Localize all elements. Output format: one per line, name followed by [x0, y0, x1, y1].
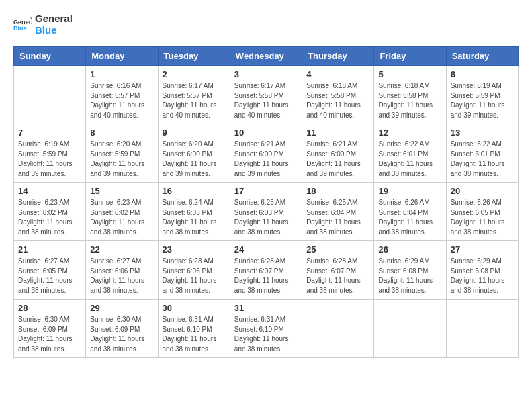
- day-info: Sunrise: 6:18 AMSunset: 5:58 PMDaylight:…: [378, 81, 441, 120]
- calendar-week-0: 1Sunrise: 6:16 AMSunset: 5:57 PMDaylight…: [14, 66, 519, 124]
- day-number: 7: [18, 128, 81, 138]
- day-number: 12: [378, 128, 441, 138]
- header-wednesday: Wednesday: [230, 47, 302, 66]
- day-number: 29: [90, 303, 153, 313]
- day-number: 8: [90, 128, 153, 138]
- day-number: 22: [90, 244, 153, 255]
- calendar-cell: 22Sunrise: 6:27 AMSunset: 6:06 PMDayligh…: [86, 241, 158, 300]
- day-number: 27: [451, 244, 514, 255]
- svg-text:General: General: [13, 18, 32, 25]
- day-number: 30: [163, 303, 226, 313]
- header-friday: Friday: [374, 47, 446, 66]
- day-info: Sunrise: 6:28 AMSunset: 6:07 PMDaylight:…: [234, 257, 298, 295]
- calendar-cell: 19Sunrise: 6:26 AMSunset: 6:04 PMDayligh…: [374, 183, 446, 241]
- calendar-cell: 10Sunrise: 6:21 AMSunset: 6:00 PMDayligh…: [230, 124, 302, 183]
- day-info: Sunrise: 6:21 AMSunset: 6:00 PMDaylight:…: [234, 140, 298, 179]
- day-info: Sunrise: 6:31 AMSunset: 6:10 PMDaylight:…: [234, 315, 298, 354]
- header-thursday: Thursday: [302, 47, 374, 66]
- calendar-cell: [446, 300, 518, 358]
- calendar-table: SundayMondayTuesdayWednesdayThursdayFrid…: [13, 46, 519, 358]
- day-info: Sunrise: 6:22 AMSunset: 6:01 PMDaylight:…: [378, 140, 441, 179]
- logo-blue: Blue: [35, 25, 73, 36]
- day-number: 31: [234, 303, 298, 313]
- day-info: Sunrise: 6:25 AMSunset: 6:03 PMDaylight:…: [234, 198, 298, 237]
- day-number: 17: [234, 186, 298, 196]
- calendar-cell: 20Sunrise: 6:26 AMSunset: 6:05 PMDayligh…: [446, 183, 518, 241]
- calendar-cell: 28Sunrise: 6:30 AMSunset: 6:09 PMDayligh…: [14, 300, 86, 358]
- calendar-cell: [374, 300, 446, 358]
- calendar-cell: [14, 66, 86, 124]
- day-number: 11: [306, 128, 369, 138]
- calendar-cell: 30Sunrise: 6:31 AMSunset: 6:10 PMDayligh…: [158, 300, 230, 358]
- calendar-cell: 26Sunrise: 6:29 AMSunset: 6:08 PMDayligh…: [374, 241, 446, 300]
- day-number: 19: [378, 186, 441, 196]
- calendar-cell: 7Sunrise: 6:19 AMSunset: 5:59 PMDaylight…: [14, 124, 86, 183]
- calendar-cell: 8Sunrise: 6:20 AMSunset: 5:59 PMDaylight…: [86, 124, 158, 183]
- day-number: 21: [18, 244, 81, 255]
- svg-text:Blue: Blue: [13, 25, 27, 32]
- calendar-cell: 14Sunrise: 6:23 AMSunset: 6:02 PMDayligh…: [14, 183, 86, 241]
- calendar-cell: 27Sunrise: 6:29 AMSunset: 6:08 PMDayligh…: [446, 241, 518, 300]
- day-number: 23: [163, 244, 226, 255]
- day-info: Sunrise: 6:19 AMSunset: 5:59 PMDaylight:…: [18, 140, 81, 179]
- day-info: Sunrise: 6:26 AMSunset: 6:04 PMDaylight:…: [378, 198, 441, 237]
- calendar-cell: 29Sunrise: 6:30 AMSunset: 6:09 PMDayligh…: [86, 300, 158, 358]
- day-info: Sunrise: 6:16 AMSunset: 5:57 PMDaylight:…: [90, 81, 153, 120]
- day-number: 14: [18, 186, 81, 196]
- day-number: 5: [378, 69, 441, 79]
- day-info: Sunrise: 6:22 AMSunset: 6:01 PMDaylight:…: [451, 140, 514, 179]
- day-info: Sunrise: 6:23 AMSunset: 6:02 PMDaylight:…: [18, 198, 81, 237]
- day-info: Sunrise: 6:29 AMSunset: 6:08 PMDaylight:…: [378, 257, 441, 295]
- calendar-week-1: 7Sunrise: 6:19 AMSunset: 5:59 PMDaylight…: [14, 124, 519, 183]
- day-number: 18: [306, 186, 369, 196]
- calendar-header-row: SundayMondayTuesdayWednesdayThursdayFrid…: [14, 47, 519, 66]
- page-header: General Blue General Blue: [13, 13, 519, 36]
- calendar-cell: 1Sunrise: 6:16 AMSunset: 5:57 PMDaylight…: [86, 66, 158, 124]
- day-number: 25: [306, 244, 369, 255]
- header-sunday: Sunday: [14, 47, 86, 66]
- calendar-cell: 13Sunrise: 6:22 AMSunset: 6:01 PMDayligh…: [446, 124, 518, 183]
- day-info: Sunrise: 6:24 AMSunset: 6:03 PMDaylight:…: [163, 198, 226, 237]
- day-number: 10: [234, 128, 298, 138]
- calendar-cell: [302, 300, 374, 358]
- calendar-cell: 15Sunrise: 6:23 AMSunset: 6:02 PMDayligh…: [86, 183, 158, 241]
- day-number: 26: [378, 244, 441, 255]
- day-info: Sunrise: 6:26 AMSunset: 6:05 PMDaylight:…: [451, 198, 514, 237]
- day-info: Sunrise: 6:28 AMSunset: 6:06 PMDaylight:…: [163, 257, 226, 295]
- day-info: Sunrise: 6:25 AMSunset: 6:04 PMDaylight:…: [306, 198, 369, 237]
- calendar-cell: 6Sunrise: 6:19 AMSunset: 5:59 PMDaylight…: [446, 66, 518, 124]
- header-tuesday: Tuesday: [158, 47, 230, 66]
- day-number: 15: [90, 186, 153, 196]
- calendar-cell: 2Sunrise: 6:17 AMSunset: 5:57 PMDaylight…: [158, 66, 230, 124]
- calendar-week-4: 28Sunrise: 6:30 AMSunset: 6:09 PMDayligh…: [14, 300, 519, 358]
- calendar-cell: 16Sunrise: 6:24 AMSunset: 6:03 PMDayligh…: [158, 183, 230, 241]
- day-info: Sunrise: 6:28 AMSunset: 6:07 PMDaylight:…: [306, 257, 369, 295]
- calendar-cell: 25Sunrise: 6:28 AMSunset: 6:07 PMDayligh…: [302, 241, 374, 300]
- day-info: Sunrise: 6:29 AMSunset: 6:08 PMDaylight:…: [451, 257, 514, 295]
- calendar-cell: 17Sunrise: 6:25 AMSunset: 6:03 PMDayligh…: [230, 183, 302, 241]
- day-number: 28: [18, 303, 81, 313]
- day-info: Sunrise: 6:23 AMSunset: 6:02 PMDaylight:…: [90, 198, 153, 237]
- day-info: Sunrise: 6:17 AMSunset: 5:58 PMDaylight:…: [234, 81, 298, 120]
- day-number: 3: [234, 69, 298, 79]
- day-number: 20: [451, 186, 514, 196]
- day-info: Sunrise: 6:27 AMSunset: 6:06 PMDaylight:…: [90, 257, 153, 295]
- calendar-cell: 5Sunrise: 6:18 AMSunset: 5:58 PMDaylight…: [374, 66, 446, 124]
- calendar-cell: 21Sunrise: 6:27 AMSunset: 6:05 PMDayligh…: [14, 241, 86, 300]
- day-info: Sunrise: 6:19 AMSunset: 5:59 PMDaylight:…: [451, 81, 514, 120]
- logo-icon: General Blue: [13, 15, 32, 34]
- calendar-cell: 24Sunrise: 6:28 AMSunset: 6:07 PMDayligh…: [230, 241, 302, 300]
- day-number: 4: [306, 69, 369, 79]
- day-number: 9: [163, 128, 226, 138]
- calendar-cell: 12Sunrise: 6:22 AMSunset: 6:01 PMDayligh…: [374, 124, 446, 183]
- logo: General Blue General Blue: [13, 13, 73, 36]
- calendar-week-3: 21Sunrise: 6:27 AMSunset: 6:05 PMDayligh…: [14, 241, 519, 300]
- header-saturday: Saturday: [446, 47, 518, 66]
- day-info: Sunrise: 6:20 AMSunset: 6:00 PMDaylight:…: [163, 140, 226, 179]
- day-info: Sunrise: 6:30 AMSunset: 6:09 PMDaylight:…: [90, 315, 153, 354]
- calendar-cell: 3Sunrise: 6:17 AMSunset: 5:58 PMDaylight…: [230, 66, 302, 124]
- day-number: 1: [90, 69, 153, 79]
- day-number: 13: [451, 128, 514, 138]
- calendar-cell: 23Sunrise: 6:28 AMSunset: 6:06 PMDayligh…: [158, 241, 230, 300]
- day-info: Sunrise: 6:18 AMSunset: 5:58 PMDaylight:…: [306, 81, 369, 120]
